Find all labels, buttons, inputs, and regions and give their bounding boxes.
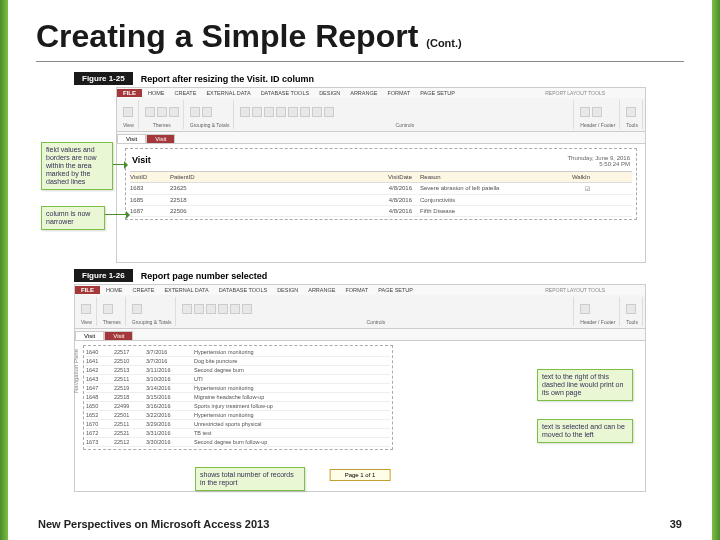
- cell: 1648: [86, 394, 114, 400]
- cell: 22517: [114, 349, 146, 355]
- cell: 3/29/2016: [146, 421, 194, 427]
- doc-tabs-row-2: Visit Visit: [75, 329, 645, 341]
- report-header: Visit Thursday, June 9, 20165:50:24 PM: [130, 151, 632, 172]
- cell: 3/31/2016: [146, 430, 194, 436]
- cell: Second degree burn follow-up: [194, 439, 374, 445]
- table-row: 1642225133/11/2016Second degree burn: [86, 366, 390, 375]
- cell: UTI: [194, 376, 374, 382]
- tab-dbtools[interactable]: DATABASE TOOLS: [259, 89, 312, 97]
- ctrl-icon[interactable]: [288, 107, 298, 117]
- totals-icon[interactable]: [202, 107, 212, 117]
- ctrl-icon[interactable]: [300, 107, 310, 117]
- tab-arrange[interactable]: ARRANGE: [348, 89, 379, 97]
- tab-external[interactable]: EXTERNAL DATA: [204, 89, 252, 97]
- ctrl-icon[interactable]: [276, 107, 286, 117]
- table-row: 1687225064/8/2016Fifth Disease: [130, 206, 632, 217]
- ctrl-icon[interactable]: [312, 107, 322, 117]
- tab-design[interactable]: DESIGN: [275, 286, 300, 294]
- ribbon-body-2: View Themes Grouping & Totals Controls H…: [75, 295, 645, 329]
- title-row: Creating a Simple Report (Cont.): [36, 18, 684, 62]
- col-reason: Reason: [420, 174, 550, 180]
- cell: ☑: [550, 185, 590, 192]
- report-title: Visit: [132, 155, 151, 167]
- table-row: 1641225103/7/2016Dog bite puncture: [86, 357, 390, 366]
- doc-tab-table[interactable]: Visit: [117, 134, 146, 143]
- colors-icon[interactable]: [157, 107, 167, 117]
- cell: 1687: [130, 208, 170, 214]
- file-tab-2[interactable]: FILE: [75, 286, 100, 294]
- view-icon[interactable]: [123, 107, 133, 117]
- ribbon-group-view: View: [77, 297, 97, 326]
- tab-format[interactable]: FORMAT: [385, 89, 412, 97]
- tab-design[interactable]: DESIGN: [317, 89, 342, 97]
- ctrl-icon[interactable]: [242, 304, 252, 314]
- cell: 22511: [114, 421, 146, 427]
- group-icon[interactable]: [132, 304, 142, 314]
- tab-create[interactable]: CREATE: [131, 286, 157, 294]
- slide-continuation: (Cont.): [426, 37, 461, 49]
- group-icon[interactable]: [190, 107, 200, 117]
- footer-page-number: 39: [670, 518, 682, 530]
- ribbon-group-controls: Controls: [178, 297, 574, 326]
- page-number-footer[interactable]: Page 1 of 1: [330, 469, 391, 481]
- themes-icon[interactable]: [145, 107, 155, 117]
- col-visitdate: VisitDate: [220, 174, 420, 180]
- tab-external[interactable]: EXTERNAL DATA: [162, 286, 210, 294]
- ctrl-icon[interactable]: [182, 304, 192, 314]
- slide-title: Creating a Simple Report: [36, 18, 418, 55]
- ctrl-icon[interactable]: [206, 304, 216, 314]
- tab-home[interactable]: HOME: [146, 89, 167, 97]
- callout-arrow: [105, 214, 129, 215]
- ribbon-group-headerfooter: Header / Footer: [576, 100, 620, 129]
- ctrl-icon[interactable]: [240, 107, 250, 117]
- slide-footer: New Perspectives on Microsoft Access 201…: [38, 518, 682, 530]
- doc-tabs-row: Visit Visit: [117, 132, 645, 144]
- tools-icon[interactable]: [626, 107, 636, 117]
- report-canvas-2: Navigation Pane 1640225173/7/2016Hyperte…: [75, 341, 645, 489]
- cell: 23625: [170, 185, 220, 192]
- col-patientid: PatientID: [170, 174, 220, 180]
- cell: Hypertension monitoring: [194, 349, 374, 355]
- ctrl-icon[interactable]: [194, 304, 204, 314]
- doc-tab-report-2[interactable]: Visit: [104, 331, 133, 340]
- cell: 3/11/2016: [146, 367, 194, 373]
- cell: Conjunctivitis: [420, 197, 550, 203]
- ctrl-icon[interactable]: [252, 107, 262, 117]
- themes-icon[interactable]: [103, 304, 113, 314]
- tools-icon[interactable]: [626, 304, 636, 314]
- ribbon-group-grouping: Grouping & Totals: [128, 297, 177, 326]
- cell: 1683: [130, 185, 170, 192]
- ctrl-icon[interactable]: [218, 304, 228, 314]
- figure-text-1: Report after resizing the Visit. ID colu…: [141, 74, 314, 84]
- file-tab[interactable]: FILE: [117, 89, 142, 97]
- column-headers: VisitID PatientID VisitDate Reason WalkI…: [130, 172, 632, 183]
- tab-create[interactable]: CREATE: [173, 89, 199, 97]
- ctrl-icon[interactable]: [264, 107, 274, 117]
- tab-pagesetup[interactable]: PAGE SETUP: [418, 89, 457, 97]
- ctrl-icon[interactable]: [324, 107, 334, 117]
- tab-pagesetup[interactable]: PAGE SETUP: [376, 286, 415, 294]
- tab-home[interactable]: HOME: [104, 286, 125, 294]
- callout-col-narrower: column is now narrower: [41, 206, 105, 230]
- cell: 22519: [114, 385, 146, 391]
- contextual-tab-label: REPORT LAYOUT TOOLS: [545, 90, 645, 96]
- tab-format[interactable]: FORMAT: [343, 286, 370, 294]
- tab-dbtools[interactable]: DATABASE TOOLS: [217, 286, 270, 294]
- ribbon-tabs-2: HOME CREATE EXTERNAL DATA DATABASE TOOLS…: [104, 286, 415, 294]
- hf-icon[interactable]: [580, 107, 590, 117]
- hf-icon[interactable]: [592, 107, 602, 117]
- doc-tab-report[interactable]: Visit: [146, 134, 175, 143]
- hf-icon[interactable]: [580, 304, 590, 314]
- cell: Hypertension monitoring: [194, 385, 374, 391]
- view-icon[interactable]: [81, 304, 91, 314]
- tab-arrange[interactable]: ARRANGE: [306, 286, 337, 294]
- doc-tab-table-2[interactable]: Visit: [75, 331, 104, 340]
- ribbon-group-view: View: [119, 100, 139, 129]
- table-row: 1652225013/22/2016Hypertension monitorin…: [86, 411, 390, 420]
- figure-label-1: Figure 1-25: [74, 72, 133, 85]
- cell: 22518: [170, 197, 220, 203]
- ctrl-icon[interactable]: [230, 304, 240, 314]
- navigation-pane-collapsed[interactable]: Navigation Pane: [73, 349, 79, 393]
- cell: 3/15/2016: [146, 394, 194, 400]
- fonts-icon[interactable]: [169, 107, 179, 117]
